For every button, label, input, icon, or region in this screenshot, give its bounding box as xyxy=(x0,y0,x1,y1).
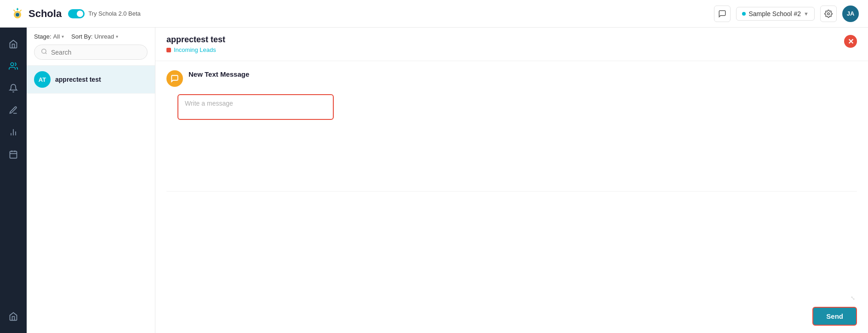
svg-point-16 xyxy=(42,49,46,53)
stage-label: Stage: xyxy=(34,33,51,40)
contact-list: AT apprectest test xyxy=(27,66,155,333)
chat-tag: Incoming Leads xyxy=(166,46,225,53)
sidebar-item-building[interactable] xyxy=(4,307,23,326)
svg-point-6 xyxy=(16,13,19,17)
chat-header-info: apprectest test Incoming Leads xyxy=(166,35,225,53)
send-button[interactable]: Send xyxy=(812,307,857,326)
sidebar-item-home[interactable] xyxy=(4,35,23,53)
side-nav xyxy=(0,28,27,333)
sidebar-item-analytics[interactable] xyxy=(4,123,23,141)
filter-row: Stage: All ▾ Sort By: Unread ▾ xyxy=(34,33,148,40)
close-button[interactable]: ✕ xyxy=(844,35,857,48)
chevron-down-icon: ▼ xyxy=(804,11,809,17)
sidebar-item-tools[interactable] xyxy=(4,101,23,119)
sidebar-item-notifications[interactable] xyxy=(4,79,23,97)
nav-left: Schola Try Schola 2.0 Beta xyxy=(9,6,141,22)
top-nav: Schola Try Schola 2.0 Beta Sample School… xyxy=(0,0,868,28)
sort-filter[interactable]: Sort By: Unread ▾ xyxy=(71,33,118,40)
logo-icon xyxy=(9,6,26,22)
toggle-switch[interactable] xyxy=(68,9,85,18)
resize-handle-icon: ⤡ xyxy=(851,295,855,301)
svg-line-17 xyxy=(46,53,47,54)
school-name: Sample School #2 xyxy=(748,10,801,17)
chat-panel: apprectest test Incoming Leads ✕ New Tex… xyxy=(155,28,868,333)
main-layout: Stage: All ▾ Sort By: Unread ▾ AT xyxy=(0,28,868,333)
school-dot xyxy=(742,12,746,16)
tag-dot xyxy=(166,48,171,52)
svg-point-8 xyxy=(11,63,14,66)
user-avatar[interactable]: JA xyxy=(842,6,859,22)
logo-text: Schola xyxy=(29,8,62,20)
contact-panel-header: Stage: All ▾ Sort By: Unread ▾ xyxy=(27,28,155,66)
search-box xyxy=(34,45,148,60)
stage-chevron: ▾ xyxy=(62,34,64,39)
svg-point-5 xyxy=(17,8,18,10)
sidebar-item-calendar[interactable] xyxy=(4,145,23,164)
chat-textarea[interactable] xyxy=(166,192,857,303)
message-row: New Text Message xyxy=(166,70,857,87)
contact-panel: Stage: All ▾ Sort By: Unread ▾ AT xyxy=(27,28,155,333)
contact-avatar: AT xyxy=(34,71,51,88)
chat-title: apprectest test xyxy=(166,35,225,45)
message-label: New Text Message xyxy=(188,70,249,78)
tag-text: Incoming Leads xyxy=(174,46,216,53)
beta-label: Try Schola 2.0 Beta xyxy=(88,10,141,17)
svg-line-4 xyxy=(14,10,15,11)
search-input[interactable] xyxy=(51,49,141,56)
svg-rect-12 xyxy=(10,151,17,158)
sidebar-item-leads[interactable] xyxy=(4,57,23,75)
search-icon xyxy=(41,48,47,56)
message-compose xyxy=(166,94,857,125)
logo: Schola xyxy=(9,6,62,22)
chat-header: apprectest test Incoming Leads ✕ xyxy=(155,28,868,61)
beta-toggle[interactable]: Try Schola 2.0 Beta xyxy=(68,9,141,18)
chat-icon-btn[interactable] xyxy=(714,6,731,22)
message-avatar xyxy=(166,70,183,87)
sort-value: Unread xyxy=(94,33,114,40)
chat-send-row: Send xyxy=(155,303,868,333)
chat-body: New Text Message xyxy=(155,61,868,191)
stage-value: All xyxy=(53,33,60,40)
chat-content-area: ⤡ xyxy=(166,191,857,303)
settings-icon-btn[interactable] xyxy=(820,6,837,22)
svg-point-7 xyxy=(828,12,830,15)
svg-line-3 xyxy=(20,10,22,11)
nav-right: Sample School #2 ▼ JA xyxy=(714,6,859,22)
school-selector[interactable]: Sample School #2 ▼ xyxy=(736,7,815,21)
contact-name: apprectest test xyxy=(55,76,101,83)
sort-chevron: ▾ xyxy=(116,34,118,39)
contact-item[interactable]: AT apprectest test xyxy=(27,66,155,94)
message-input[interactable] xyxy=(177,94,334,120)
stage-filter[interactable]: Stage: All ▾ xyxy=(34,33,64,40)
sort-label: Sort By: xyxy=(71,33,92,40)
